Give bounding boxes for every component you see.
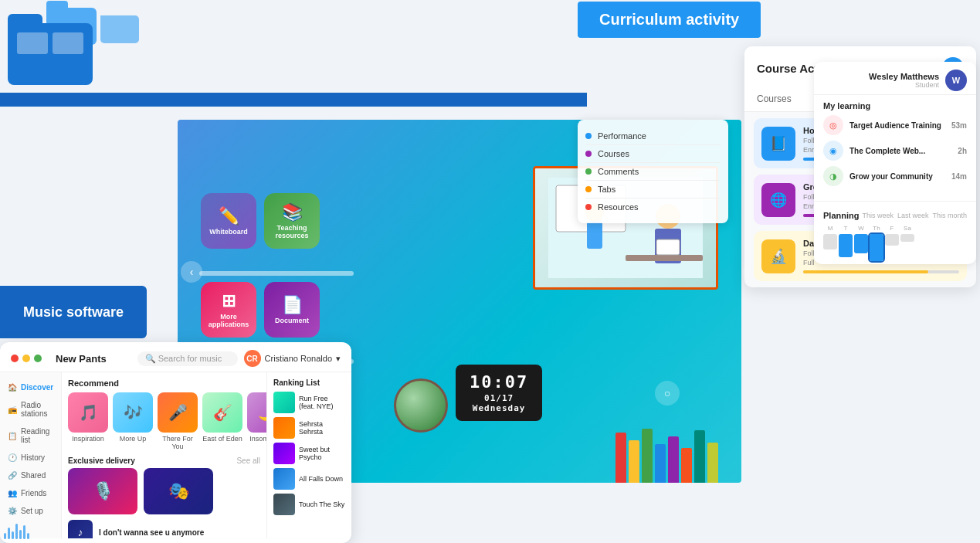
learning-item-3[interactable]: ◑ Grow your Community 14m xyxy=(823,166,967,186)
track-row-1[interactable]: ♪ I don't wanna see u anymore xyxy=(68,518,260,538)
learning-item-1[interactable]: ◎ Target Audience Training 53m xyxy=(823,115,967,135)
learning-name-1: Target Audience Training xyxy=(849,121,945,130)
learning-name-2: The Complete Web... xyxy=(849,147,951,155)
win-close-btn[interactable] xyxy=(11,355,19,362)
course-filter-label: Courses xyxy=(757,93,792,104)
rec-item-4[interactable]: 🎸 East of Eden xyxy=(202,392,242,450)
curriculum-label: Curriculum activity xyxy=(578,2,761,38)
rec-item-2[interactable]: 🎶 More Up xyxy=(113,392,153,450)
album-card-2[interactable]: 🎭 xyxy=(144,468,213,514)
learning-name-3: Grow your Community xyxy=(849,172,945,181)
user-avatar: W xyxy=(945,70,967,91)
win-minimize-btn[interactable] xyxy=(22,355,30,362)
music-username: Cristiano Ronaldo xyxy=(265,354,332,363)
music-search-input[interactable]: 🔍 Search for music xyxy=(137,351,238,366)
svg-rect-6 xyxy=(626,255,703,261)
week-col-M: M xyxy=(823,225,837,261)
exclusive-header: Exclusive delivery See all xyxy=(68,456,260,465)
course-thumb-1: 📘 xyxy=(761,127,795,161)
clock-time: 10:07 xyxy=(470,372,528,392)
app-icon-document[interactable]: 📄 Document xyxy=(264,282,320,338)
sidebar-setup[interactable]: ⚙️Set up xyxy=(0,502,61,520)
learning-duration-3: 14m xyxy=(951,172,967,181)
ranking-item-2[interactable]: Sehrsta Sehrsta xyxy=(273,417,345,439)
recommend-title: Recommend xyxy=(68,378,260,388)
perf-item[interactable]: Courses xyxy=(585,145,721,163)
track-name-1: I don't wanna see u anymore xyxy=(99,528,204,537)
performance-panel: Performance Courses Comments Tabs Resour… xyxy=(578,120,728,223)
sidebar-discover[interactable]: 🏠Discover xyxy=(0,378,61,396)
learning-item-2[interactable]: ◉ The Complete Web... 2h xyxy=(823,141,967,161)
clock-date: 01/17 Wednesday xyxy=(470,393,528,413)
perf-item[interactable]: Comments xyxy=(585,163,721,181)
music-software-card[interactable]: Music software xyxy=(0,286,147,338)
circle-button[interactable]: ○ xyxy=(655,381,680,406)
rec-item-5[interactable]: 🌙 Insomniacs xyxy=(247,392,266,450)
learning-icon-3: ◑ xyxy=(823,166,843,186)
ranking-item-5[interactable]: Touch The Sky xyxy=(273,494,345,515)
sidebar-shared[interactable]: 🔗Shared xyxy=(0,467,61,484)
planning-title: Planning xyxy=(823,211,859,220)
week-col-Sa: Sa xyxy=(900,225,914,261)
window-controls[interactable] xyxy=(11,355,42,362)
my-learning-panel: Wesley Matthews Student W My learning ◎ … xyxy=(814,62,976,264)
music-sidebar: 🏠Discover 📻Radio stations 📋Reading list … xyxy=(0,372,62,538)
this-month-label[interactable]: This month xyxy=(932,212,967,219)
clock-display: 10:07 01/17 Wednesday xyxy=(456,365,542,421)
recommend-row: 🎵 Inspiration 🎶 More Up 🎤 There For You … xyxy=(68,392,260,450)
user-role: Student xyxy=(869,81,939,89)
week-col-Th: Th xyxy=(870,225,883,261)
ranking-panel: Ranking List Run Free (feat. NYE) Sehrst… xyxy=(266,372,351,538)
sidebar-friends[interactable]: 👥Friends xyxy=(0,484,61,502)
learning-duration-1: 53m xyxy=(951,121,967,130)
see-all-link[interactable]: See all xyxy=(236,456,260,465)
week-col-W: W xyxy=(854,225,868,261)
music-user: CR Cristiano Ronaldo ▾ xyxy=(244,350,341,367)
user-name: Wesley Matthews xyxy=(869,72,939,81)
globe-icon xyxy=(394,378,448,433)
learning-icon-1: ◎ xyxy=(823,115,843,135)
music-app-panel: New Pants 🔍 Search for music CR Cristian… xyxy=(0,342,351,543)
app-icon-teaching[interactable]: 📚 Teaching resources xyxy=(264,193,320,249)
app-icon-whiteboard[interactable]: ✏️ Whiteboard xyxy=(201,193,256,249)
folder-group xyxy=(8,23,93,85)
perf-item[interactable]: Resources xyxy=(585,199,721,216)
bg-blue-bar xyxy=(0,93,587,107)
this-week-label[interactable]: This week xyxy=(862,212,894,219)
music-user-avatar: CR xyxy=(244,350,261,367)
learning-icon-2: ◉ xyxy=(823,141,843,161)
ranking-title: Ranking List xyxy=(273,378,345,387)
course-thumb-3: 🔬 xyxy=(761,239,795,273)
course-thumb-2: 🌐 xyxy=(761,183,795,217)
sidebar-reading[interactable]: 📋Reading list xyxy=(0,423,61,449)
music-app-title: New Pants xyxy=(56,353,107,365)
sidebar-history[interactable]: 🕐History xyxy=(0,449,61,467)
svg-rect-3 xyxy=(587,222,602,249)
music-software-label: Music software xyxy=(23,304,124,321)
ranking-item-3[interactable]: Sweet but Psycho xyxy=(273,443,345,464)
album-card-1[interactable]: 🎙️ xyxy=(68,468,137,514)
rec-item-1[interactable]: 🎵 Inspiration xyxy=(68,392,108,450)
shelf-1 xyxy=(199,271,354,276)
ranking-item-4[interactable]: All Falls Down xyxy=(273,468,345,490)
waveform-icon xyxy=(4,520,29,539)
my-learning-title: My learning xyxy=(823,101,967,110)
folder-large xyxy=(8,23,93,85)
week-col-T1: T xyxy=(839,225,853,261)
sidebar-radio[interactable]: 📻Radio stations xyxy=(0,396,61,423)
album-cards: 🎙️ 🎭 xyxy=(68,468,260,514)
svg-rect-7 xyxy=(656,239,680,255)
ranking-item-1[interactable]: Run Free (feat. NYE) xyxy=(273,392,345,413)
rec-item-3[interactable]: 🎤 There For You xyxy=(158,392,198,450)
last-week-label[interactable]: Last week xyxy=(897,212,929,219)
perf-item[interactable]: Performance xyxy=(585,127,721,145)
books-decoration xyxy=(615,421,718,483)
win-maximize-btn[interactable] xyxy=(34,355,42,362)
perf-item[interactable]: Tabs xyxy=(585,181,721,199)
folder-tiny xyxy=(100,15,139,43)
prev-arrow[interactable]: ‹ xyxy=(181,261,202,283)
music-main-content: Recommend 🎵 Inspiration 🎶 More Up 🎤 Ther… xyxy=(62,372,266,538)
app-icon-more[interactable]: ⊞ More applications xyxy=(201,282,256,338)
learning-duration-2: 2h xyxy=(958,147,967,155)
week-col-F: F xyxy=(885,225,899,261)
